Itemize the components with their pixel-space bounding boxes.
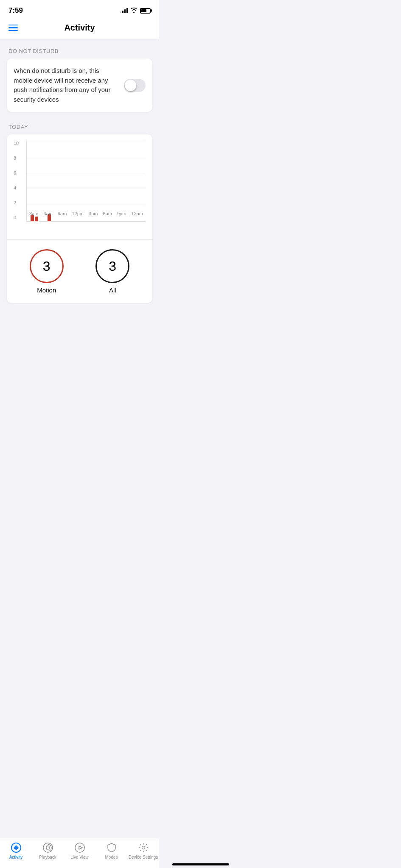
- motion-label: Motion: [37, 287, 56, 294]
- all-count: 3: [109, 259, 116, 274]
- y-label-8: 8: [14, 156, 19, 161]
- x-label-3am: 3am: [29, 211, 38, 216]
- status-time: 7:59: [8, 6, 23, 15]
- chart-y-axis: 0 2 4 6 8 10: [14, 141, 19, 222]
- motion-circle: 3: [30, 249, 64, 283]
- x-label-9am: 9am: [58, 211, 67, 216]
- main-content: DO NOT DISTURB When do not disturb is on…: [0, 39, 159, 354]
- x-label-6pm: 6pm: [103, 211, 112, 216]
- x-label-12am: 12am: [131, 211, 143, 216]
- battery-icon: [140, 8, 151, 14]
- y-label-10: 10: [14, 141, 19, 146]
- bar-chart: 0 2 4 6 8 10: [14, 141, 146, 234]
- x-label-9pm: 9pm: [117, 211, 126, 216]
- chart-x-axis: 3am 6am 9am 12pm 3pm 6pm 9pm 12am: [27, 209, 146, 221]
- x-label-3pm: 3pm: [89, 211, 98, 216]
- signal-icon: [120, 8, 128, 13]
- y-label-0: 0: [14, 215, 19, 220]
- x-label-12pm: 12pm: [72, 211, 84, 216]
- dnd-section-label: DO NOT DISTURB: [7, 48, 152, 54]
- x-label-6am: 6am: [44, 211, 53, 216]
- page-title: Activity: [64, 23, 95, 33]
- status-bar: 7:59: [0, 0, 159, 19]
- motion-count: 3: [43, 259, 50, 274]
- chart-card: 0 2 4 6 8 10: [7, 134, 152, 303]
- dnd-card: When do not disturb is on, this mobile d…: [7, 58, 152, 112]
- menu-button[interactable]: [8, 25, 18, 31]
- toggle-knob: [125, 80, 136, 91]
- all-circle: 3: [95, 249, 129, 283]
- y-label-6: 6: [14, 171, 19, 175]
- chart-divider: [7, 239, 152, 240]
- dnd-description: When do not disturb is on, this mobile d…: [14, 66, 124, 104]
- all-label: All: [109, 287, 116, 294]
- chart-section-label: TODAY: [7, 124, 152, 130]
- dnd-toggle[interactable]: [124, 79, 146, 92]
- stat-motion: 3 Motion: [30, 249, 64, 294]
- status-icons: [120, 7, 151, 14]
- stat-all: 3 All: [95, 249, 129, 294]
- y-label-2: 2: [14, 200, 19, 205]
- y-label-4: 4: [14, 186, 19, 190]
- chart-area: 3am 6am 9am 12pm 3pm 6pm 9pm 12am: [26, 141, 146, 222]
- stats-row: 3 Motion 3 All: [14, 245, 146, 296]
- top-nav: Activity: [0, 19, 159, 39]
- wifi-icon: [130, 7, 137, 14]
